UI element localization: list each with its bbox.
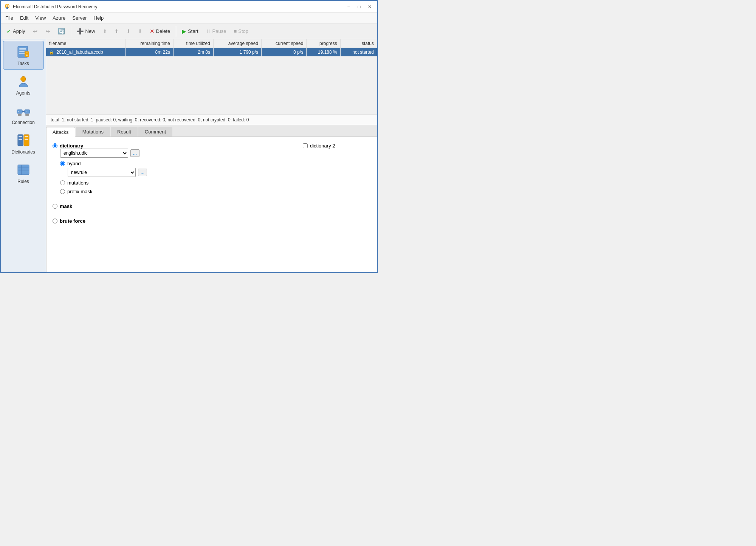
dictionary-radio-label[interactable]: dictionary bbox=[53, 143, 288, 149]
delete-button[interactable]: ✕ Delete bbox=[146, 25, 174, 37]
svg-rect-27 bbox=[25, 139, 28, 140]
svg-point-2 bbox=[6, 5, 8, 7]
col-progress: progress bbox=[307, 39, 340, 48]
svg-rect-19 bbox=[26, 111, 26, 112]
move-up-button[interactable]: ⇑ bbox=[99, 25, 110, 37]
svg-rect-13 bbox=[17, 110, 22, 113]
tab-attacks[interactable]: Attacks bbox=[46, 127, 75, 137]
cell-time-utilized: 2m 8s bbox=[173, 48, 213, 57]
restore-button[interactable]: □ bbox=[355, 3, 364, 11]
hybrid-select[interactable]: newrule bbox=[68, 168, 136, 177]
delete-label: Delete bbox=[156, 28, 170, 34]
sidebar-item-tasks[interactable]: Tasks bbox=[3, 41, 44, 70]
status-server-section: localhost : 12122 bbox=[306, 273, 350, 273]
col-filename: filename bbox=[46, 39, 125, 48]
mask-radio[interactable] bbox=[53, 204, 57, 209]
attack-group-mask: mask bbox=[53, 203, 288, 209]
start-label: Start bbox=[188, 28, 198, 34]
svg-rect-6 bbox=[19, 53, 25, 54]
check-icon: ✓ bbox=[6, 28, 11, 35]
rules-icon bbox=[16, 162, 31, 177]
dictionary-radio[interactable] bbox=[53, 143, 57, 148]
sidebar-item-connection[interactable]: Connection bbox=[3, 100, 44, 129]
undo-icon: ↩ bbox=[33, 28, 38, 35]
tab-content-attacks: dictionary english.udic ... bbox=[46, 137, 377, 272]
dictionary-browse-button[interactable]: ... bbox=[130, 149, 139, 157]
move-up-icon: ⇑ bbox=[103, 28, 107, 34]
redo-icon: ↪ bbox=[45, 28, 50, 35]
tab-result[interactable]: Result bbox=[111, 127, 138, 136]
menu-azure[interactable]: Azure bbox=[50, 14, 68, 22]
toolbar-separator-1 bbox=[71, 26, 71, 37]
apply-button[interactable]: ✓ Apply bbox=[3, 25, 29, 37]
pause-button[interactable]: ⏸ Pause bbox=[203, 25, 230, 37]
new-button[interactable]: ➕ New bbox=[73, 25, 99, 37]
redo-button[interactable]: ↪ bbox=[42, 25, 54, 37]
tasks-icon bbox=[16, 44, 31, 59]
apply-label: Apply bbox=[13, 28, 25, 34]
cell-progress: 19.188 % bbox=[307, 48, 340, 57]
col-status: status bbox=[340, 39, 377, 48]
dictionary2-label: dictionary 2 bbox=[310, 143, 335, 149]
delete-icon: ✕ bbox=[150, 28, 155, 35]
summary-text: total: 1, not started: 1, paused: 0, wai… bbox=[51, 117, 249, 123]
new-label: New bbox=[85, 28, 95, 34]
refresh-button[interactable]: 🔄 bbox=[54, 25, 68, 37]
move-to-top-icon: ⬆ bbox=[115, 28, 119, 34]
rules-label: Rules bbox=[17, 179, 29, 184]
sidebar-item-dictionaries[interactable]: Dictionaries bbox=[3, 129, 44, 158]
prefix-mask-radio-label[interactable]: prefix mask bbox=[60, 189, 288, 194]
menu-edit[interactable]: Edit bbox=[17, 14, 31, 22]
svg-rect-17 bbox=[25, 114, 29, 116]
mutations-radio[interactable] bbox=[60, 180, 65, 185]
menu-server[interactable]: Server bbox=[69, 14, 90, 22]
cell-average-speed: 1 790 p/s bbox=[213, 48, 261, 57]
start-icon: ▶ bbox=[182, 28, 186, 35]
sidebar: Tasks Agents bbox=[1, 39, 46, 272]
brute-force-radio[interactable] bbox=[53, 219, 57, 223]
dictionary-select[interactable]: english.udic bbox=[60, 149, 128, 158]
dictionary2-checkbox[interactable] bbox=[303, 143, 308, 148]
dictionary2-row: dictionary 2 bbox=[303, 143, 371, 149]
stop-button[interactable]: ■ Stop bbox=[230, 25, 252, 37]
app-icon bbox=[4, 3, 11, 10]
move-down-button[interactable]: ⬇ bbox=[123, 25, 134, 37]
col-remaining-time: remaining time bbox=[125, 39, 173, 48]
new-icon: ➕ bbox=[77, 28, 84, 35]
title-bar: Elcomsoft Distributed Password Recovery … bbox=[1, 1, 377, 13]
move-to-bottom-button[interactable]: ⇓ bbox=[135, 25, 146, 37]
sidebar-item-agents[interactable]: Agents bbox=[3, 70, 44, 99]
sidebar-item-rules[interactable]: Rules bbox=[3, 159, 44, 188]
stop-icon: ■ bbox=[234, 28, 237, 34]
window-title: Elcomsoft Distributed Password Recovery bbox=[13, 4, 344, 9]
hybrid-select-row: newrule ... bbox=[68, 168, 288, 177]
table-row[interactable]: 🔒 2010_all_labuda.accdb 8m 22s 2m 8s 1 7… bbox=[46, 48, 377, 57]
brute-force-radio-label[interactable]: brute force bbox=[53, 218, 288, 224]
menu-file[interactable]: File bbox=[2, 14, 16, 22]
move-to-top-button[interactable]: ⬆ bbox=[111, 25, 122, 37]
tab-comment[interactable]: Comment bbox=[138, 127, 172, 136]
start-button[interactable]: ▶ Start bbox=[178, 25, 201, 37]
dict-select-row: english.udic ... bbox=[60, 149, 288, 158]
task-table: filename remaining time time utilized av… bbox=[46, 39, 377, 56]
hybrid-radio[interactable] bbox=[60, 161, 65, 166]
cell-filename: 🔒 2010_all_labuda.accdb bbox=[46, 48, 125, 57]
menu-help[interactable]: Help bbox=[91, 14, 107, 22]
svg-point-12 bbox=[20, 78, 23, 80]
minimize-button[interactable]: − bbox=[344, 3, 353, 11]
hybrid-browse-button[interactable]: ... bbox=[138, 169, 147, 176]
svg-rect-22 bbox=[19, 138, 22, 138]
hybrid-radio-label[interactable]: hybrid bbox=[60, 161, 288, 166]
agents-label: Agents bbox=[16, 90, 30, 96]
menu-view[interactable]: View bbox=[32, 14, 49, 22]
close-button[interactable]: ✕ bbox=[365, 3, 374, 11]
status-online-section: online bbox=[350, 273, 377, 273]
tab-mutations[interactable]: Mutations bbox=[76, 127, 110, 136]
undo-button[interactable]: ↩ bbox=[29, 25, 41, 37]
tab-bar: Attacks Mutations Result Comment bbox=[46, 125, 377, 137]
attack-group-brute-force: brute force bbox=[53, 218, 288, 224]
mask-radio-label[interactable]: mask bbox=[53, 203, 288, 209]
mutations-radio-label[interactable]: mutations bbox=[60, 180, 288, 186]
mutations-label: mutations bbox=[67, 180, 88, 186]
prefix-mask-radio[interactable] bbox=[60, 189, 65, 194]
